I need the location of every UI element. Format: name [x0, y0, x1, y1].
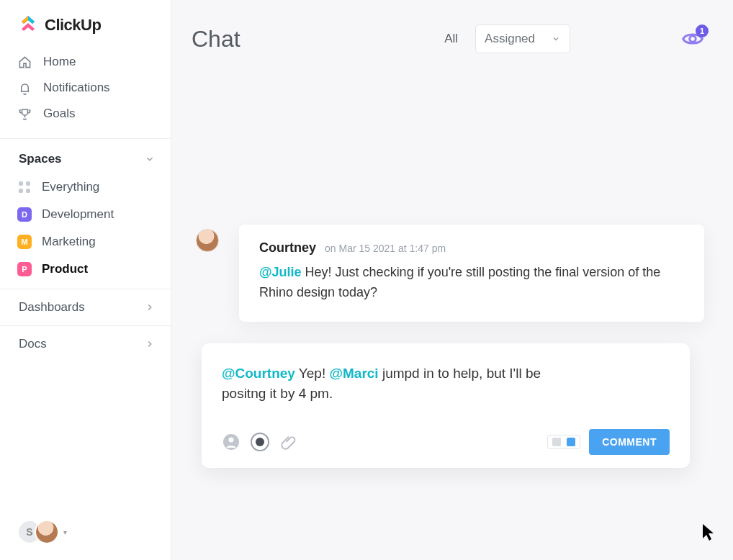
nav-label: Home: [43, 55, 76, 69]
space-product[interactable]: P Product: [0, 256, 171, 283]
bell-icon: [17, 81, 32, 95]
space-label: Development: [42, 207, 114, 222]
composer-text[interactable]: @Courtney Yep! @Marci jumpd in to help, …: [222, 363, 560, 405]
assignee-icon[interactable]: [222, 433, 240, 451]
composer-text-part: Yep!: [295, 366, 330, 381]
composer-toolbar: COMMENT: [222, 429, 670, 455]
chevron-right-icon: [145, 302, 155, 312]
space-badge-icon: M: [17, 235, 32, 249]
chat-thread: Courtney on Mar 15 2021 at 1:47 pm @Juli…: [171, 59, 733, 560]
watchers-count: 1: [696, 24, 709, 37]
svg-point-2: [229, 437, 234, 442]
chevron-down-icon: [145, 154, 155, 164]
mention[interactable]: @Julie: [259, 265, 302, 279]
message-author: Courtney: [259, 240, 316, 256]
sidebar-dashboards[interactable]: Dashboards: [0, 289, 171, 325]
space-label: Marketing: [42, 235, 96, 249]
chat-message: Courtney on Mar 15 2021 at 1:47 pm @Juli…: [239, 225, 704, 322]
spaces-header[interactable]: Spaces: [0, 139, 171, 173]
privacy-toggle[interactable]: [547, 435, 580, 449]
space-marketing[interactable]: M Marketing: [0, 228, 171, 256]
clickup-logo-icon: [19, 16, 37, 35]
space-label: Product: [42, 262, 88, 276]
attachment-icon[interactable]: [279, 433, 298, 451]
assigned-dropdown[interactable]: Assigned: [475, 24, 570, 53]
assigned-label: Assigned: [485, 32, 535, 46]
mention[interactable]: @Marci: [329, 366, 378, 381]
brand-logo[interactable]: ClickUp: [0, 0, 171, 48]
toggle-option-icon: [552, 438, 561, 446]
nav-goals[interactable]: Goals: [0, 101, 171, 127]
sidebar-footer: S ▾: [0, 510, 171, 560]
user-avatar: [35, 520, 59, 544]
spaces-header-label: Spaces: [19, 152, 62, 166]
spaces-list: Everything D Development M Marketing P P…: [0, 173, 171, 289]
message-author-avatar[interactable]: [196, 229, 219, 252]
sidebar-section-label: Docs: [19, 337, 47, 351]
space-badge-icon: D: [17, 207, 32, 222]
trophy-icon: [17, 107, 32, 121]
chevron-down-icon: [551, 34, 561, 44]
main-content: Chat All Assigned 1 Courtney on Mar 15 2…: [171, 0, 733, 560]
svg-point-0: [690, 36, 696, 42]
sidebar-section-label: Dashboards: [19, 300, 85, 315]
user-switcher[interactable]: S ▾: [17, 520, 67, 544]
page-title: Chat: [192, 26, 240, 53]
mention[interactable]: @Courtney: [222, 366, 295, 381]
primary-nav: Home Notifications Goals: [0, 48, 171, 134]
brand-name: ClickUp: [45, 16, 101, 35]
space-label: Everything: [42, 180, 99, 194]
nav-notifications[interactable]: Notifications: [0, 75, 171, 101]
comment-button[interactable]: COMMENT: [589, 429, 670, 455]
nav-home[interactable]: Home: [0, 49, 171, 75]
grid-icon: [17, 180, 32, 194]
space-badge-icon: P: [17, 262, 32, 276]
sidebar-docs[interactable]: Docs: [0, 325, 171, 362]
record-icon[interactable]: [251, 433, 269, 451]
space-development[interactable]: D Development: [0, 201, 171, 228]
message-timestamp: on Mar 15 2021 at 1:47 pm: [325, 243, 446, 254]
home-icon: [17, 55, 32, 69]
watchers-button[interactable]: 1: [681, 30, 704, 48]
sidebar: ClickUp Home Notifications Goals Spaces: [0, 0, 171, 560]
nav-label: Goals: [43, 107, 75, 121]
chat-header: Chat All Assigned 1: [171, 0, 733, 59]
chevron-down-icon: ▾: [63, 528, 67, 536]
comment-composer[interactable]: @Courtney Yep! @Marci jumpd in to help, …: [202, 343, 690, 468]
message-text: Hey! Just checking if you're still posti…: [259, 265, 660, 299]
chevron-right-icon: [145, 339, 155, 349]
filter-all[interactable]: All: [444, 32, 458, 46]
nav-label: Notifications: [43, 81, 110, 95]
space-everything[interactable]: Everything: [0, 173, 171, 201]
toggle-option-icon: [567, 438, 575, 446]
message-body: @Julie Hey! Just checking if you're stil…: [259, 263, 684, 303]
